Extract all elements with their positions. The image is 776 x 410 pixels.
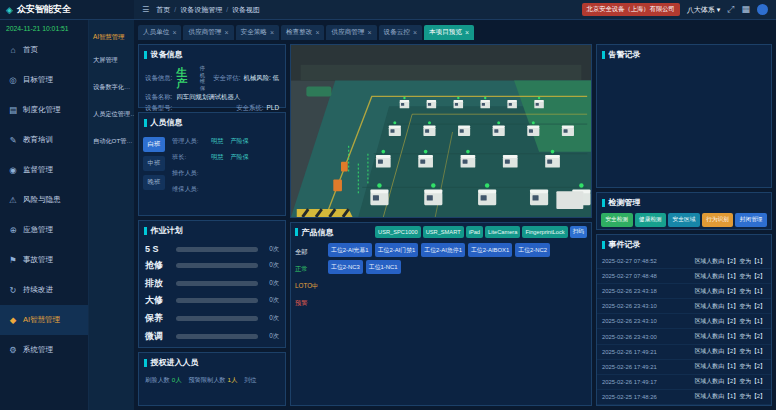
user-avatar[interactable] <box>757 4 768 15</box>
personnel-body: 白班 中班 晚班 管理人员: 明慧 产险保 <box>139 132 285 215</box>
filter-warning[interactable]: 预警 <box>295 299 323 308</box>
tab-bar: 人员单位 × 供应商管理 × 安全策略 × 检查整改 × 供应商管理 × <box>134 20 776 40</box>
authorized-entry-panel: 授权进入人员 刷脸人数 0人 预警限制人数 1人 到位 <box>138 352 286 406</box>
tab-supplier-1[interactable]: 供应商管理 × <box>183 25 233 40</box>
closed-management-button[interactable]: 封闭管理 <box>735 213 767 227</box>
sidebar-item-system[interactable]: ⚙ 系统管理 <box>0 335 88 365</box>
submenu-item-big-screen[interactable]: 大屏管理 <box>89 47 134 74</box>
event-time: 2025-02-26 23:43:18 <box>602 288 657 294</box>
field-label: 管理人员: <box>172 137 208 146</box>
event-text: 区域人数由【1】变为【2】 <box>695 392 766 401</box>
event-text: 区域人数由【1】变为【2】 <box>695 332 766 341</box>
scan-code-button[interactable]: 扫码 <box>570 226 587 238</box>
station-button[interactable]: 工位2-AI光幕1 <box>328 243 372 257</box>
left-column: 设备信息 设备信息: 生产 停机 维保 安全评估: <box>138 44 286 406</box>
tab-safety-policy[interactable]: 安全策略 × <box>236 25 279 40</box>
device-type-button[interactable]: iPad <box>466 226 483 238</box>
tab-label: 安全策略 <box>241 28 267 37</box>
event-row: 2025-02-26 17:49:21 区域人数由【1】变为【2】 <box>597 360 771 375</box>
system-select-label: 八大体系 <box>687 5 715 15</box>
event-row: 2025-02-26 17:49:17 区域人数由【2】变为【1】 <box>597 375 771 390</box>
system-icon: ⚙ <box>8 345 18 355</box>
close-icon[interactable]: × <box>270 29 274 36</box>
sidebar-item-education[interactable]: ✎ 教育培训 <box>0 125 88 155</box>
breadcrumb-level1[interactable]: 设备设施管理 <box>180 5 222 15</box>
device-type-button[interactable]: LiteCamera <box>485 226 520 238</box>
station-button[interactable]: 工位1-NC1 <box>366 260 401 274</box>
panel-title: 检测管理 <box>597 193 771 212</box>
personnel-panel: 人员信息 白班 中班 晚班 管理人员: 明慧 <box>138 112 286 216</box>
collapse-menu-icon[interactable]: ☰ <box>142 5 149 14</box>
plan-label: 抢修 <box>145 259 171 272</box>
station-buttons: 工位2-AI光幕1 工位2-AI门禁1 工位2-AI急停1 工位2-AIBOX1… <box>328 243 587 403</box>
submenu-item-device-digital[interactable]: 设备数字化… <box>89 74 134 101</box>
station-button[interactable]: 工位2-AIBOX1 <box>468 243 512 257</box>
factory-3d-viewport[interactable] <box>290 44 592 218</box>
device-type-button[interactable]: USR_SPC1000 <box>375 226 421 238</box>
shift-tab-night[interactable]: 晚班 <box>143 175 165 190</box>
sidebar-item-supervision[interactable]: ◉ 监督管理 <box>0 155 88 185</box>
system-select[interactable]: 八大体系 ▾ <box>687 5 721 15</box>
station-button[interactable]: 工位2-NC3 <box>328 260 363 274</box>
tab-personnel-unit[interactable]: 人员单位 × <box>138 25 181 40</box>
breadcrumb-level2[interactable]: 设备视图 <box>232 5 260 15</box>
close-icon[interactable]: × <box>315 29 319 36</box>
station-button[interactable]: 工位2-NC2 <box>515 243 550 257</box>
tab-label: 设备云控 <box>384 28 410 37</box>
sidebar-item-accident[interactable]: ⚑ 事故管理 <box>0 245 88 275</box>
factory-3d-scene <box>291 45 591 217</box>
tab-inspection[interactable]: 检查整改 × <box>281 25 324 40</box>
submenu-item-personnel-location[interactable]: 人员定位管理… <box>89 101 134 128</box>
submenu-item-ot-automation[interactable]: 自动化OT管… <box>89 128 134 155</box>
safety-assess-label: 安全评估: <box>213 74 240 83</box>
event-text: 区域人数由【1】变为【2】 <box>695 362 766 371</box>
tab-supplier-2[interactable]: 供应商管理 × <box>326 25 376 40</box>
station-button[interactable]: 工位2-AI急停1 <box>421 243 465 257</box>
fullscreen-icon[interactable]: ⤢ <box>727 5 734 14</box>
close-icon[interactable]: × <box>413 29 417 36</box>
close-icon[interactable]: × <box>367 29 371 36</box>
event-list[interactable]: 2025-02-27 07:48:52 区域人数由【2】变为【1】 2025-0… <box>597 254 771 405</box>
sidebar-item-emergency[interactable]: ⊕ 应急管理 <box>0 215 88 245</box>
person-name: 明慧 <box>211 153 223 162</box>
personnel-field-manager: 管理人员: 明慧 产险保 <box>172 137 282 146</box>
event-text: 区域人数由【2】变为【1】 <box>695 287 766 296</box>
filter-normal[interactable]: 正常 <box>295 265 323 274</box>
behavior-recognition-button[interactable]: 行为识别 <box>702 213 734 227</box>
sidebar-item-targets[interactable]: ◎ 目标管理 <box>0 65 88 95</box>
main-area: 人员单位 × 供应商管理 × 安全策略 × 检查整改 × 供应商管理 × <box>134 20 776 410</box>
health-check-button[interactable]: 健康检测 <box>635 213 667 227</box>
work-plan-row: 微调 0次 <box>139 329 285 344</box>
plan-count: 0次 <box>263 296 279 305</box>
work-plan-row: 排放 0次 <box>139 276 285 291</box>
top-bar: ◈ 众安智能安全 ☰ 首页 / 设备设施管理 / 设备视图 北京安全设备（上海）… <box>0 0 776 20</box>
filter-loto[interactable]: LOTO中 <box>295 282 323 291</box>
sidebar-item-risk[interactable]: ⚠ 风险与隐患 <box>0 185 88 215</box>
close-icon[interactable]: × <box>224 29 228 36</box>
event-time: 2025-02-26 23:43:10 <box>602 318 657 324</box>
sidebar-item-home[interactable]: ⌂ 首页 <box>0 35 88 65</box>
close-icon[interactable]: × <box>465 29 469 36</box>
apps-grid-icon[interactable]: ▦ <box>741 5 750 14</box>
event-time: 2025-02-26 23:43:10 <box>602 303 657 309</box>
shift-tab-day[interactable]: 白班 <box>143 137 165 152</box>
sidebar-item-ai-management[interactable]: ◆ AI智慧管理 <box>0 305 88 335</box>
sidebar-item-improvement[interactable]: ↻ 持续改进 <box>0 275 88 305</box>
device-type-button[interactable]: USR_SMART <box>423 226 464 238</box>
event-records-panel: 事件记录 2025-02-27 07:48:52 区域人数由【2】变为【1】 2… <box>596 234 772 406</box>
breadcrumb-home[interactable]: 首页 <box>156 5 170 15</box>
shift-tab-middle[interactable]: 中班 <box>143 156 165 171</box>
tab-device-cloud[interactable]: 设备云控 × <box>379 25 422 40</box>
station-button[interactable]: 工位2-AI门禁1 <box>375 243 419 257</box>
topbar-actions: 北京安全设备（上海）有限公司 八大体系 ▾ ⤢ ▦ <box>582 3 776 16</box>
device-type-button[interactable]: FingerprintLock <box>522 226 567 238</box>
safety-zone-button[interactable]: 安全区域 <box>668 213 700 227</box>
close-icon[interactable]: × <box>172 29 176 36</box>
safety-check-button[interactable]: 安全检测 <box>601 213 633 227</box>
sidebar-item-label: 首页 <box>23 45 38 55</box>
panel-title: 授权进入人员 <box>139 353 285 372</box>
tab-project-preview[interactable]: 本项目预览 × <box>424 25 474 40</box>
filter-all[interactable]: 全部 <box>295 248 323 257</box>
sidebar-item-rules[interactable]: ▤ 制度化管理 <box>0 95 88 125</box>
company-button[interactable]: 北京安全设备（上海）有限公司 <box>582 3 680 16</box>
